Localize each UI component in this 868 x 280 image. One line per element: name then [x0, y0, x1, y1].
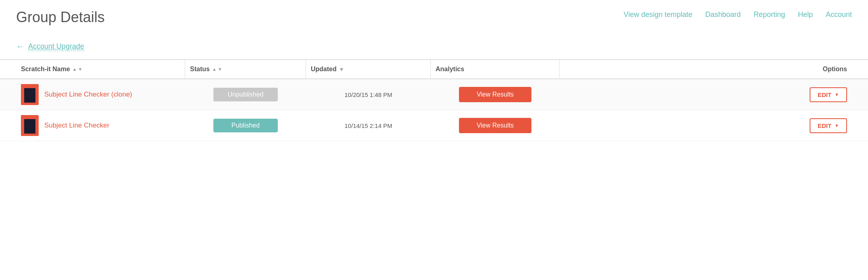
page-title: Group Details [16, 9, 105, 26]
edit-button-2[interactable]: EDIT ▼ [810, 118, 847, 133]
edit-dropdown-arrow-1: ▼ [835, 92, 839, 97]
nav-account[interactable]: Account [826, 10, 852, 19]
breadcrumb-section: ← Account Upgrade [0, 30, 868, 55]
view-results-button-1[interactable]: View Results [459, 87, 531, 102]
sort-icon-status[interactable]: ▲ ▼ [212, 67, 222, 72]
cell-analytics-2: View Results [431, 113, 560, 138]
edit-button-1[interactable]: EDIT ▼ [810, 87, 847, 102]
nav-reporting[interactable]: Reporting [754, 10, 785, 19]
status-badge-2: Published [213, 119, 278, 132]
table-header: Scratch-it Name ▲ ▼ Status ▲ ▼ Updated ▼… [0, 59, 868, 79]
view-results-button-2[interactable]: View Results [459, 118, 531, 133]
nav-help[interactable]: Help [798, 10, 813, 19]
edit-dropdown-arrow-2: ▼ [835, 123, 839, 128]
nav-dashboard[interactable]: Dashboard [705, 10, 741, 19]
scratch-table: Scratch-it Name ▲ ▼ Status ▲ ▼ Updated ▼… [0, 59, 868, 141]
thumbnail-2 [21, 115, 39, 136]
cell-analytics-1: View Results [431, 82, 560, 107]
cell-status-2: Published [185, 114, 306, 137]
nav-view-design-template[interactable]: View design template [624, 10, 692, 19]
table-row: Subject Line Checker (clone) Unpublished… [0, 79, 868, 110]
cell-options-2: EDIT ▼ [560, 113, 852, 138]
back-arrow-icon[interactable]: ← [16, 42, 24, 51]
table-row: Subject Line Checker Published 10/14/15 … [0, 110, 868, 141]
col-updated: Updated ▼ [306, 60, 431, 78]
col-name: Scratch-it Name ▲ ▼ [16, 60, 185, 78]
col-status: Status ▲ ▼ [185, 60, 306, 78]
col-options: Options [560, 60, 852, 78]
cell-name-2: Subject Line Checker [16, 110, 185, 141]
header: Group Details View design template Dashb… [0, 0, 868, 30]
dropdown-arrow-updated[interactable]: ▼ [339, 66, 344, 72]
cell-updated-1: 10/20/15 1:48 PM [306, 86, 431, 103]
col-analytics: Analytics [431, 60, 560, 78]
cell-updated-2: 10/14/15 2:14 PM [306, 117, 431, 134]
status-badge-1: Unpublished [213, 88, 278, 101]
sort-icon-name[interactable]: ▲ ▼ [72, 67, 83, 72]
scratch-name-link-2[interactable]: Subject Line Checker [44, 121, 110, 130]
scratch-name-link-1[interactable]: Subject Line Checker (clone) [44, 91, 132, 99]
cell-status-1: Unpublished [185, 83, 306, 106]
thumbnail-1 [21, 84, 39, 105]
top-nav: View design template Dashboard Reporting… [624, 7, 852, 19]
cell-options-1: EDIT ▼ [560, 82, 852, 107]
cell-name-1: Subject Line Checker (clone) [16, 79, 185, 110]
breadcrumb-link[interactable]: Account Upgrade [28, 42, 84, 51]
